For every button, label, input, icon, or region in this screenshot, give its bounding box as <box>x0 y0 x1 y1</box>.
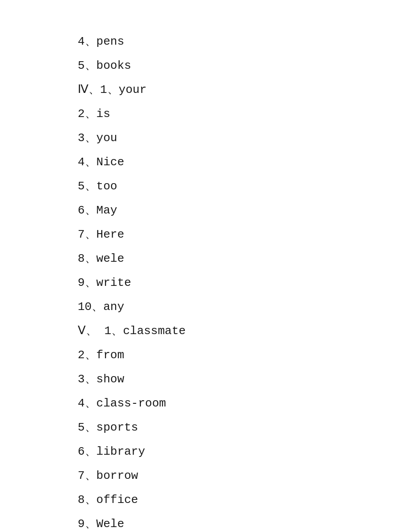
item-4-pens: 4、pens <box>78 36 333 47</box>
item-8-office: 8、office <box>78 494 333 506</box>
item-2-is: 2、is <box>78 108 333 120</box>
item-4-nice: 4、Nice <box>78 156 333 168</box>
item-6-may: 6、May <box>78 205 333 216</box>
page-content: 4、pens5、booksⅣ、1、your2、is3、you4、Nice5、to… <box>0 0 411 532</box>
list-container: 4、pens5、booksⅣ、1、your2、is3、you4、Nice5、to… <box>78 36 333 530</box>
item-6-library: 6、library <box>78 446 333 457</box>
item-7-borrow: 7、borrow <box>78 470 333 482</box>
item-iv-1-your: Ⅳ、1、your <box>78 84 333 96</box>
item-5-too: 5、too <box>78 180 333 192</box>
item-2-from: 2、from <box>78 349 333 361</box>
item-3-you: 3、you <box>78 132 333 144</box>
item-9-write: 9、write <box>78 277 333 289</box>
item-8-wele: 8、wele <box>78 253 333 264</box>
item-5-sports: 5、sports <box>78 422 333 433</box>
item-9-wele2: 9、Wele <box>78 518 333 530</box>
item-4-classroom: 4、class-room <box>78 398 333 409</box>
item-10-any: 10、any <box>78 301 333 313</box>
item-3-show: 3、show <box>78 373 333 385</box>
item-5-books: 5、books <box>78 60 333 71</box>
item-v-1-classmate: Ⅴ、 1、classmate <box>78 325 333 337</box>
item-7-here: 7、Here <box>78 229 333 240</box>
